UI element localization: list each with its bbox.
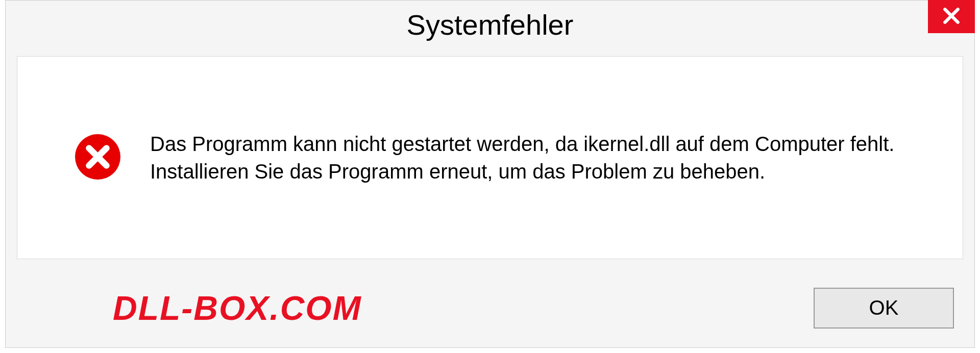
titlebar: Systemfehler (6, 1, 974, 49)
error-dialog: Systemfehler Das Programm kann nicht ges… (5, 0, 975, 348)
close-button[interactable] (928, 0, 975, 33)
error-message: Das Programm kann nicht gestartet werden… (150, 130, 927, 185)
dialog-footer: DLL-BOX.COM OK (6, 281, 974, 335)
ok-button[interactable]: OK (814, 288, 954, 329)
close-icon (942, 6, 961, 28)
dialog-title: Systemfehler (407, 8, 574, 41)
error-icon (74, 133, 122, 183)
ok-button-label: OK (869, 296, 899, 319)
content-panel: Das Programm kann nicht gestartet werden… (17, 56, 963, 259)
watermark-text: DLL-BOX.COM (113, 289, 362, 327)
